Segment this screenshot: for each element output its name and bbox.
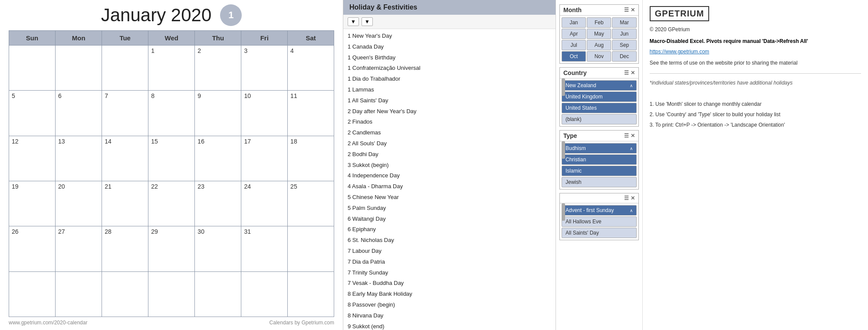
month-btn-mar[interactable]: Mar [612,17,636,28]
month-btn-sep[interactable]: Sep [612,40,636,50]
calendar-day-header-mon: Mon [56,31,102,46]
day-number: 29 [151,228,158,235]
list-item: 1 New Year's Day [348,31,551,42]
holiday-name-item[interactable]: All Saints' Day [562,228,637,238]
holiday-header: Holiday & Festivities [343,0,556,15]
month-btn-jul[interactable]: Jul [562,40,586,50]
type-item[interactable]: Budhism∧ [562,143,637,154]
holiday-name-icons: ☰ ✕ [624,195,635,201]
filter-btn-2[interactable]: ▼ [362,17,373,26]
month-btn-feb[interactable]: Feb [587,17,611,28]
calendar-cell: 8 [148,91,195,136]
calendar-cell: 10 [241,91,288,136]
month-slicer-header: Month ☰ ✕ [560,5,638,16]
month-btn-jan[interactable]: Jan [562,17,586,28]
calendar-cell: 24 [241,181,288,226]
holiday-name-slicer-header: ☰ ✕ [560,193,638,203]
instructions-list: 1. Use 'Month' slicer to change monthly … [650,99,861,130]
country-item[interactable]: (blank) [562,114,637,124]
type-item[interactable]: Christian [562,154,637,165]
day-number: 16 [197,138,204,145]
country-item[interactable]: United States [562,103,637,113]
month-btn-apr[interactable]: Apr [562,29,586,39]
day-number: 30 [197,228,204,235]
month-slicer: Month ☰ ✕ JanFebMarAprMayJunJulAugSepOct… [559,4,639,64]
month-btn-may[interactable]: May [587,29,611,39]
calendar-week-0: 1234 [9,46,334,91]
day-number: 12 [12,138,19,145]
list-item: 4 Asala - Dharma Day [348,181,551,192]
calendar-week-4: 262728293031 [9,226,334,271]
day-number: 2 [197,47,201,54]
macro-warning: Macro-Disabled Excel. Pivots require man… [650,38,861,44]
holiday-name-clear-icon[interactable]: ✕ [631,195,635,201]
day-number: 4 [290,47,294,54]
country-sort-icon[interactable]: ☰ [624,70,629,76]
holiday-list: 1 New Year's Day1 Canada Day1 Queen's Bi… [343,29,556,330]
country-item[interactable]: United Kingdom [562,91,637,102]
calendar-cell [56,46,102,91]
type-item[interactable]: Jewish [562,177,637,187]
calendar-cell: 22 [148,181,195,226]
type-clear-icon[interactable]: ✕ [631,133,635,139]
calendar-cell [288,271,334,317]
day-number: 1 [151,47,155,54]
list-item: 2 Finados [348,117,551,127]
month-btn-aug[interactable]: Aug [587,40,611,50]
month-btn-jun[interactable]: Jun [612,29,636,39]
calendar-cell: 14 [102,136,148,181]
calendar-panel: January 2020 1 SunMonTueWedThuFriSat 123… [0,0,343,330]
calendar-cell: 6 [56,91,102,136]
holiday-name-sort-icon[interactable]: ☰ [624,195,629,201]
month-btn-dec[interactable]: Dec [612,51,636,62]
list-item: 4 Independence Day [348,170,551,181]
month-btn-nov[interactable]: Nov [587,51,611,62]
day-number: 15 [151,138,158,145]
calendar-cell: 19 [9,181,56,226]
filter-btn-1[interactable]: ▼ [348,17,359,26]
note-text: *individual states/provinces/territories… [650,80,861,86]
calendar-table: SunMonTueWedThuFriSat 123456789101112131… [9,30,334,317]
day-number: 18 [290,138,297,145]
calendar-cell: 2 [195,46,241,91]
day-number: 8 [151,92,155,99]
calendar-day-header-tue: Tue [102,31,148,46]
holiday-name-item[interactable]: All Hallows Eve [562,216,637,227]
info-panel: GPETRIUM © 2020 GPetrium Macro-Disabled … [643,0,868,330]
calendar-cell: 1 [148,46,195,91]
month-clear-icon[interactable]: ✕ [631,7,635,13]
type-slicer-icons: ☰ ✕ [624,133,635,139]
calendar-cell [102,271,148,317]
country-slicer-icons: ☰ ✕ [624,70,635,76]
calendar-cell: 12 [9,136,56,181]
calendar-cell: 27 [56,226,102,271]
website-link[interactable]: https://www.gpetrium.com [650,49,861,55]
month-btn-oct[interactable]: Oct [562,51,586,62]
list-item: 8 Passover (begin) [348,300,551,310]
day-number: 20 [58,183,65,190]
country-clear-icon[interactable]: ✕ [631,70,635,76]
calendar-cell [9,46,56,91]
calendar-cell: 20 [56,181,102,226]
month-grid: JanFebMarAprMayJunJulAugSepOctNovDec [560,16,638,63]
month-sort-icon[interactable]: ☰ [624,7,629,13]
list-item: 2 Candlemas [348,127,551,138]
type-item[interactable]: Islamic [562,166,637,176]
calendar-cell [195,271,241,317]
divider [650,73,861,74]
country-item[interactable]: New Zealand∧ [562,80,637,91]
instruction-item: 3. To print: Ctrl+P -> Orientation -> 'L… [650,120,861,130]
calendar-day-header-wed: Wed [148,31,195,46]
right-panel: Month ☰ ✕ JanFebMarAprMayJunJulAugSepOct… [556,0,868,330]
day-number: 6 [58,92,62,99]
day-number: 27 [58,228,65,235]
calendar-cell: 5 [9,91,56,136]
type-sort-icon[interactable]: ☰ [624,133,629,139]
gpetrium-logo: GPETRIUM [650,6,710,21]
list-item: 6 Waitangi Day [348,214,551,225]
calendar-cell [148,271,195,317]
list-item: 7 Labour Day [348,246,551,257]
list-item: 5 Palm Sunday [348,203,551,214]
type-scroll-thumb [562,141,565,159]
holiday-name-item[interactable]: Advent - first Sunday∧ [562,205,637,216]
